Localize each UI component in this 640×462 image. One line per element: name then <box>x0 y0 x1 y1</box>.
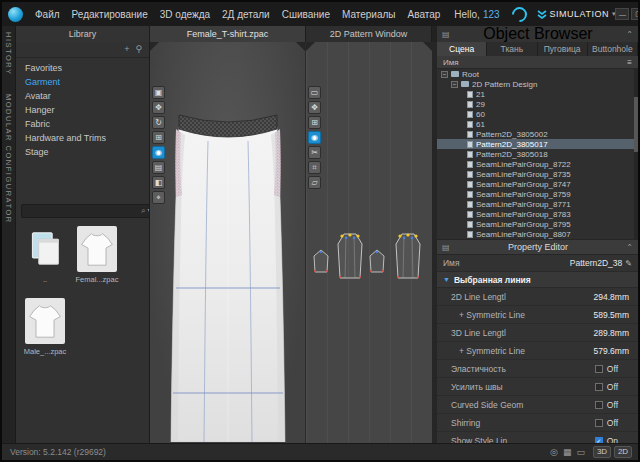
menu-sewing[interactable]: Сшивание <box>276 9 336 20</box>
tree-item[interactable]: SeamLinePairGroup_8735 <box>437 169 638 179</box>
tree-item-label: SeamLinePairGroup_8783 <box>476 210 571 219</box>
checkbox-curved-side[interactable] <box>595 401 603 409</box>
tree-item[interactable]: Pattern2D_3805002 <box>437 129 638 139</box>
pin-icon[interactable]: ⚲ <box>135 45 142 54</box>
sidebar-item-fabric[interactable]: Fabric <box>16 117 149 131</box>
tree-item[interactable]: 60 <box>437 109 638 119</box>
maximize-button[interactable]: ▢ <box>631 8 638 20</box>
checkbox-elasticity[interactable] <box>595 365 603 373</box>
collapse-box-icon[interactable]: − <box>451 81 458 88</box>
panels: + ⚲ Favorites Garment Avatar Hanger Fabr… <box>16 42 638 443</box>
tree-item[interactable]: SeamLinePairGroup_8747 <box>437 179 638 189</box>
menu-2d-pattern[interactable]: 2Д детали <box>216 9 276 20</box>
viewport-corner-menu-icon[interactable] <box>423 42 432 51</box>
tool-button[interactable]: ⊞ <box>308 116 321 129</box>
property-editor-header: ▤ Property Editor ⌃ <box>437 239 638 255</box>
scene-node-icon <box>451 71 459 77</box>
tree-item[interactable]: 29 <box>437 99 638 109</box>
selected-line-section-header[interactable]: ▼ Выбранная линия <box>437 272 638 288</box>
tab-pattern-2d[interactable]: 2D Pattern Window <box>306 26 432 42</box>
sidebar-item-hardware-trims[interactable]: Hardware and Trims <box>16 131 149 145</box>
greeting-text: Hello, <box>454 9 480 20</box>
grid-icon[interactable]: ▦ <box>563 447 572 457</box>
tool-button[interactable]: ✂ <box>308 146 321 159</box>
tree-item[interactable]: SeamLinePairGroup_8783 <box>437 209 638 219</box>
list-item-parent-folder[interactable]: .. <box>22 226 68 284</box>
simulation-label: SIMULATION <box>550 9 609 19</box>
checkbox-reinforce[interactable] <box>595 383 603 391</box>
tree-item[interactable]: 61 <box>437 119 638 129</box>
tool-button[interactable]: ⌗ <box>308 161 321 174</box>
list-item-female-tshirt[interactable]: Femal...zpac <box>74 226 120 284</box>
tab-fabric[interactable]: Ткань <box>487 42 537 56</box>
list-item-male-tshirt[interactable]: Male_...zpac <box>22 298 68 356</box>
scrollbar-thumb[interactable] <box>634 97 638 152</box>
pattern-node-icon <box>467 151 473 158</box>
simulation-toggle[interactable]: SIMULATION ▾ <box>537 9 616 19</box>
viewport-3d[interactable]: ▣ ✥ ↻ ⊞ ◉ ▤ ◧ ⌖ <box>150 42 306 443</box>
sidebar-item-garment[interactable]: Garment <box>16 75 149 89</box>
menu-icon[interactable]: ▤ <box>442 243 450 252</box>
edit-icon[interactable]: ✎ <box>625 259 632 268</box>
tree-item-selected[interactable]: Pattern2D_3805017 <box>437 139 638 149</box>
tree-item-pattern-design[interactable]: − 2D Pattern Design <box>437 79 638 89</box>
panel-icon[interactable]: ▭ <box>576 447 585 457</box>
filter-icon[interactable]: ≡ <box>627 58 632 67</box>
tab-button[interactable]: Пуговица <box>538 42 588 56</box>
collapse-up-icon[interactable]: ⌃ <box>626 243 633 252</box>
menu-3d-garment[interactable]: 3D одежда <box>154 9 216 20</box>
property-row-2d-line-length: 2D Line Lengtl 294.8mm <box>437 288 638 306</box>
library-toolbar: + ⚲ <box>16 42 149 58</box>
search-icon[interactable]: ⌕ <box>141 207 145 215</box>
tree-item[interactable]: SeamLinePairGroup_8795 <box>437 219 638 229</box>
tree-item[interactable]: Pattern2D_3805018 <box>437 149 638 159</box>
history-panel-tab[interactable]: HISTORY <box>4 32 13 76</box>
tree-item[interactable]: SeamLinePairGroup_8771 <box>437 199 638 209</box>
view-2d-button[interactable]: 2D <box>614 446 632 458</box>
tab-garment-3d[interactable]: Female_T-shirt.zpac <box>150 26 306 42</box>
section-collapse-icon[interactable]: ▼ <box>443 276 450 283</box>
camera-icon[interactable]: ◎ <box>550 447 558 457</box>
menu-file[interactable]: Файл <box>29 9 66 20</box>
tree-item-label: Pattern2D_3805002 <box>476 130 548 139</box>
username-link[interactable]: 123 <box>483 9 500 20</box>
tab-library[interactable]: Library <box>16 26 150 42</box>
tree-item-label: SeamLinePairGroup_8759 <box>476 190 571 199</box>
modular-configurator-tab[interactable]: MODULAR CONFIGURATOR <box>4 94 13 224</box>
menu-avatar[interactable]: Аватар <box>402 9 447 20</box>
sidebar-item-hanger[interactable]: Hanger <box>16 103 149 117</box>
collapse-up-icon[interactable]: ⌃ <box>626 30 633 39</box>
tree-item[interactable]: SeamLinePairGroup_8759 <box>437 189 638 199</box>
tree-item-label: Pattern2D_3805017 <box>476 140 548 149</box>
tool-button-active[interactable]: ◉ <box>308 131 321 144</box>
viewport-corner-menu-icon[interactable] <box>306 42 315 51</box>
viewport-corner-menu-icon[interactable] <box>296 42 305 51</box>
viewport-corner-menu-icon[interactable] <box>150 42 159 51</box>
tree-item-root[interactable]: − Root <box>437 69 638 79</box>
checkbox-shirring[interactable] <box>595 419 603 427</box>
minimize-button[interactable]: — <box>615 8 629 20</box>
menu-materials[interactable]: Материалы <box>336 9 402 20</box>
tree-item[interactable]: 21 <box>437 89 638 99</box>
sidebar-item-stage[interactable]: Stage <box>16 145 149 159</box>
menu-icon[interactable]: ▤ <box>442 30 450 39</box>
add-icon[interactable]: + <box>124 45 129 54</box>
view-3d-button[interactable]: 3D <box>593 446 611 458</box>
viewport-2d[interactable]: ▭ ✥ ⊞ ◉ ✂ ⌗ ▱ <box>306 42 432 443</box>
tree-item[interactable]: SeamLinePairGroup_8807 <box>437 229 638 239</box>
tree-column-header: Имя ≡ <box>437 56 638 69</box>
tool-button[interactable]: ▱ <box>308 176 321 189</box>
tree-item[interactable]: SeamLinePairGroup_8722 <box>437 159 638 169</box>
collapse-box-icon[interactable]: − <box>441 71 448 78</box>
sidebar-item-avatar[interactable]: Avatar <box>16 89 149 103</box>
tool-button[interactable]: ✥ <box>308 101 321 114</box>
library-search-input[interactable] <box>25 205 139 217</box>
menu-edit[interactable]: Редактирование <box>66 9 154 20</box>
sidebar-item-favorites[interactable]: Favorites <box>16 61 149 75</box>
tab-buttonhole[interactable]: Buttonhole <box>588 42 638 56</box>
tool-button[interactable]: ▭ <box>308 86 321 99</box>
garment-thumbnail <box>77 226 117 272</box>
tab-scene[interactable]: Сцена <box>437 42 487 56</box>
view-toggle-group: 3D 2D <box>593 446 632 458</box>
tree-scrollbar[interactable] <box>634 69 638 239</box>
